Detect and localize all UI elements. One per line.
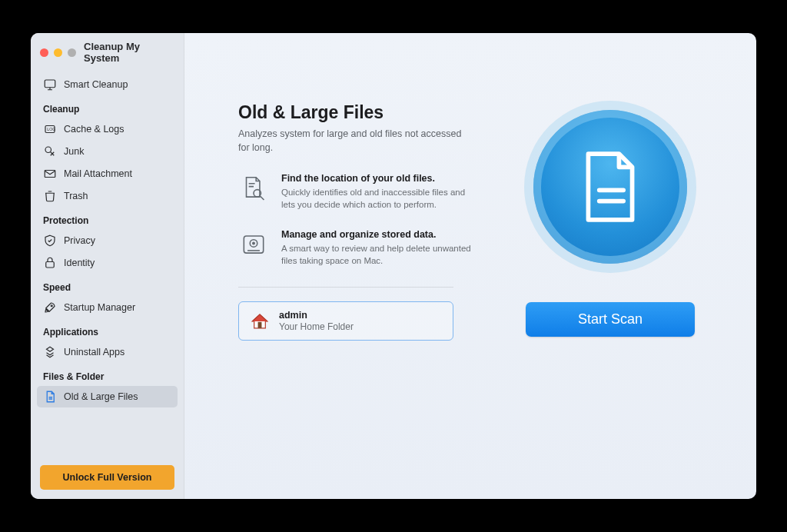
zoom-window-button[interactable] — [68, 48, 76, 57]
monitor-icon — [43, 78, 57, 91]
file-icon — [43, 390, 57, 404]
sidebar-item-label: Junk — [64, 146, 84, 157]
sidebar-item-trash[interactable]: Trash — [37, 185, 178, 207]
window-controls — [40, 48, 76, 57]
home-folder-label: Your Home Folder — [279, 321, 354, 332]
sidebar-item-label: Old & Large Files — [64, 391, 138, 402]
feature-title: Find the location of your old files. — [281, 173, 515, 184]
sidebar-item-label: Mail Attachment — [64, 168, 132, 179]
sidebar-item-identity[interactable]: Identity — [37, 252, 178, 274]
divider — [238, 287, 453, 288]
file-search-icon — [238, 173, 269, 204]
sidebar-item-cache-logs[interactable]: LOG Cache & Logs — [37, 118, 178, 140]
sidebar-item-label: Identity — [64, 258, 95, 268]
trash-icon — [43, 189, 57, 203]
sidebar-item-label: Privacy — [64, 235, 95, 246]
sidebar: Cleanup My System Smart Cleanup Cleanup … — [31, 33, 184, 499]
content-column: Old & Large Files Analyzes system for la… — [238, 102, 515, 468]
svg-point-10 — [253, 242, 254, 244]
junk-icon — [43, 145, 57, 158]
sidebar-section-speed: Speed — [37, 274, 178, 296]
sidebar-section-applications: Applications — [37, 319, 178, 341]
app-title: Cleanup My System — [84, 41, 174, 64]
sidebar-item-label: Startup Manager — [64, 302, 135, 313]
app-icon — [43, 345, 57, 359]
app-window: Cleanup My System Smart Cleanup Cleanup … — [31, 33, 756, 499]
log-icon: LOG — [43, 122, 57, 136]
disk-icon — [238, 229, 269, 260]
sidebar-item-label: Trash — [64, 191, 88, 201]
sidebar-section-files-folder: Files & Folder — [37, 364, 178, 385]
page-title: Old & Large Files — [238, 102, 515, 123]
svg-rect-4 — [45, 171, 55, 178]
start-scan-button[interactable]: Start Scan — [526, 302, 695, 337]
sidebar-item-mail-attachment[interactable]: Mail Attachment — [37, 163, 178, 185]
sidebar-section-cleanup: Cleanup — [37, 96, 178, 118]
svg-rect-5 — [46, 262, 55, 268]
feature-desc: Quickly identifies old and inaccessible … — [281, 186, 473, 211]
svg-text:LOG: LOG — [47, 127, 55, 131]
page-subtitle: Analyzes system for large and old files … — [238, 128, 469, 155]
sidebar-item-label: Cache & Logs — [64, 124, 125, 135]
sidebar-item-label: Smart Cleanup — [64, 79, 128, 90]
scan-illustration — [533, 110, 687, 264]
home-folder-user: admin — [279, 310, 354, 321]
sidebar-section-protection: Protection — [37, 208, 178, 229]
lock-icon — [43, 256, 57, 270]
home-icon — [250, 311, 270, 331]
minimize-window-button[interactable] — [54, 48, 62, 57]
svg-rect-11 — [258, 322, 262, 328]
sidebar-item-smart-cleanup[interactable]: Smart Cleanup — [37, 74, 178, 95]
sidebar-item-label: Uninstall Apps — [64, 347, 125, 357]
close-window-button[interactable] — [40, 48, 48, 57]
mail-icon — [43, 167, 57, 181]
titlebar: Cleanup My System — [31, 33, 184, 71]
feature-manage: Manage and organize stored data. A smart… — [238, 229, 515, 267]
main-content: Old & Large Files Analyzes system for la… — [184, 33, 756, 499]
home-folder-selector[interactable]: admin Your Home Folder — [238, 301, 453, 341]
feature-locate: Find the location of your old files. Qui… — [238, 173, 515, 211]
scan-panel: Start Scan — [510, 110, 710, 337]
unlock-full-version-button[interactable]: Unlock Full Version — [40, 465, 174, 490]
feature-desc: A smart way to review and help delete un… — [281, 242, 473, 267]
sidebar-item-old-large-files[interactable]: Old & Large Files — [37, 386, 178, 407]
rocket-icon — [43, 301, 57, 314]
svg-rect-0 — [45, 80, 55, 88]
svg-point-3 — [45, 147, 51, 153]
sidebar-item-junk[interactable]: Junk — [37, 141, 178, 162]
sidebar-item-privacy[interactable]: Privacy — [37, 230, 178, 251]
shield-icon — [43, 234, 57, 248]
sidebar-item-startup-manager[interactable]: Startup Manager — [37, 297, 178, 318]
svg-point-6 — [51, 305, 52, 307]
sidebar-scroll: Smart Cleanup Cleanup LOG Cache & Logs J… — [31, 71, 184, 461]
sidebar-item-uninstall-apps[interactable]: Uninstall Apps — [37, 341, 178, 363]
feature-title: Manage and organize stored data. — [281, 229, 515, 240]
